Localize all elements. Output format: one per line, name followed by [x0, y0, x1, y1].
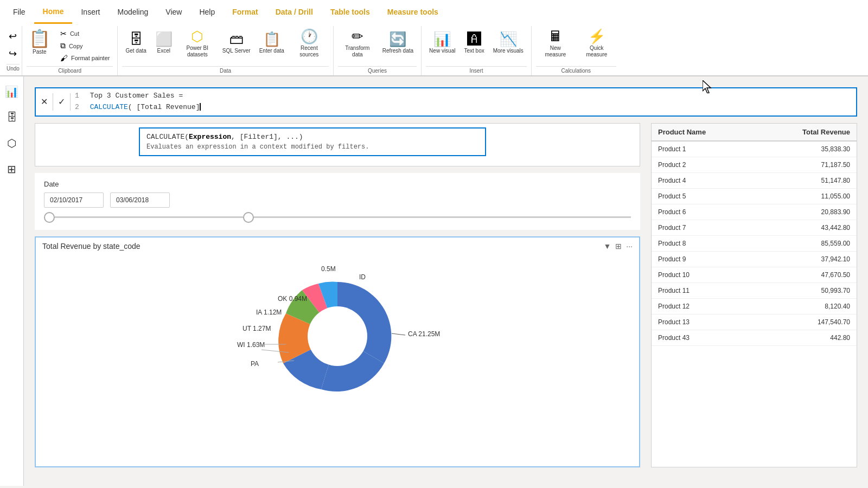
cell-product-name: Product 8 [652, 235, 754, 251]
sql-label: SQL Server [222, 48, 251, 54]
undo-button[interactable]: ↩ [7, 28, 19, 44]
label-WI: WI 1.63M [237, 341, 265, 349]
new-visual-icon: 📊 [433, 31, 451, 48]
cell-product-name: Product 9 [652, 251, 754, 267]
donut-hole [308, 306, 367, 366]
table-row[interactable]: Product 8 85,559.00 [652, 235, 857, 251]
formula-content[interactable]: 1 Top 3 Customer Sales = 2 CALCULATE( [T… [71, 88, 856, 115]
cut-button[interactable]: ✂ Cut [57, 28, 113, 39]
date-inputs [44, 192, 631, 208]
tab-insert[interactable]: Insert [72, 0, 108, 24]
slider-handle-right[interactable] [243, 212, 254, 223]
calculations-group: 🖩 New measure ⚡ Quick measure Calculatio… [532, 26, 621, 75]
chart-area: Total Revenue by state_code ▼ ⊞ ··· [35, 236, 640, 467]
autocomplete-description: Evaluates an expression in a context mod… [146, 143, 478, 151]
get-data-button[interactable]: 🗄 Get data [122, 26, 149, 59]
powerbi-datasets-button[interactable]: ⬡ Power BI datasets [178, 26, 217, 60]
expand-icon[interactable]: ⊞ [615, 242, 622, 251]
table-row[interactable]: Product 2 71,187.50 [652, 157, 857, 172]
refresh-data-button[interactable]: 🔄 Refresh data [379, 26, 417, 59]
quick-measure-button[interactable]: ⚡ Quick measure [577, 26, 616, 60]
slider-handle-left[interactable] [44, 212, 55, 223]
new-measure-button[interactable]: 🖩 New measure [536, 26, 575, 60]
table-row[interactable]: Product 7 43,442.80 [652, 220, 857, 235]
donut-chart-container: CA 21.25M ID OK 0.94M 0.5M IA 1.12M UT 1… [36, 255, 639, 418]
cell-revenue: 147,540.70 [754, 314, 857, 330]
chart-icons: ▼ ⊞ ··· [603, 242, 633, 251]
data-group-label: Data [122, 66, 328, 75]
enter-data-label: Enter data [259, 48, 284, 54]
line-num-1: 1 [75, 92, 79, 100]
data-group: 🗄 Get data ⬜ Excel ⬡ Power BI datasets 🗃… [118, 26, 333, 75]
tab-help[interactable]: Help [190, 0, 224, 24]
clipboard-label: Clipboard [27, 66, 113, 75]
table-row[interactable]: Product 4 51,147.80 [652, 172, 857, 188]
line-CA [392, 333, 405, 335]
transform-label: Transform data [341, 45, 374, 58]
more-visuals-label: More visuals [493, 48, 524, 54]
formula-bar[interactable]: ✕ ✓ 1 Top 3 Customer Sales = 2 CALCULATE… [35, 87, 857, 117]
paste-label: Paste [33, 49, 47, 55]
text-box-icon: 🅰 [467, 31, 481, 48]
sidebar-icon-model[interactable]: ⬡ [3, 132, 21, 154]
autocomplete-bold: Expression [189, 133, 231, 141]
more-icon[interactable]: ··· [626, 242, 633, 251]
tab-datadrill[interactable]: Data / Drill [267, 0, 322, 24]
table-row[interactable]: Product 9 37,942.10 [652, 251, 857, 267]
autocomplete-popup: CALCULATE(Expression, [Filter1], ...) Ev… [139, 127, 486, 156]
tab-modeling[interactable]: Modeling [108, 0, 157, 24]
copy-button[interactable]: ⧉ Copy [57, 40, 113, 52]
main-area: 📊 🗄 ⬡ ⊞ ✕ ✓ 1 Top 3 Customer Sales = 2 C… [0, 76, 868, 486]
recent-sources-button[interactable]: 🕐 Recent sources [290, 26, 329, 60]
text-box-button[interactable]: 🅰 Text box [461, 26, 487, 59]
cell-revenue: 37,942.10 [754, 251, 857, 267]
quick-measure-label: Quick measure [580, 45, 613, 58]
cell-product-name: Product 2 [652, 157, 754, 172]
formula-close-button[interactable]: ✕ [36, 93, 53, 111]
refresh-label: Refresh data [382, 48, 413, 54]
cell-revenue: 11,055.00 [754, 188, 857, 204]
table-row[interactable]: Product 12 8,120.40 [652, 298, 857, 314]
sidebar-icon-data[interactable]: 🗄 [2, 107, 22, 128]
calculations-group-label: Calculations [536, 66, 616, 75]
sql-server-button[interactable]: 🗃 SQL Server [219, 26, 254, 59]
tab-format[interactable]: Format [224, 0, 266, 24]
tab-home[interactable]: Home [34, 0, 73, 24]
more-visuals-button[interactable]: 📉 More visuals [490, 26, 527, 59]
format-painter-button[interactable]: 🖌 Format painter [57, 53, 113, 63]
tab-measuretools[interactable]: Measure tools [379, 0, 447, 24]
enter-data-button[interactable]: 📋 Enter data [256, 26, 288, 59]
transform-data-button[interactable]: ✏ Transform data [338, 26, 377, 60]
paste-button[interactable]: 📋 Paste [27, 26, 53, 57]
table-row[interactable]: Product 13 147,540.70 [652, 314, 857, 330]
sidebar-icon-report[interactable]: 📊 [1, 81, 23, 102]
redo-button[interactable]: ↪ [7, 46, 19, 62]
new-measure-icon: 🖩 [548, 28, 563, 45]
label-PA: PA [251, 360, 259, 368]
tab-file[interactable]: File [4, 0, 34, 24]
date-filter-section: Date [35, 173, 640, 230]
content-split: In... Date [35, 123, 857, 467]
start-date-input[interactable] [44, 192, 104, 208]
label-IA: IA 1.12M [256, 309, 282, 316]
col-product-name: Product Name [652, 124, 754, 141]
table-row[interactable]: Product 10 47,670.50 [652, 267, 857, 282]
cell-product-name: Product 6 [652, 204, 754, 220]
get-data-label: Get data [125, 48, 146, 54]
formula-check-button[interactable]: ✓ [53, 93, 71, 111]
insert-group-label: Insert [426, 66, 527, 75]
table-row[interactable]: Product 6 20,883.90 [652, 204, 857, 220]
end-date-input[interactable] [110, 192, 170, 208]
table-row[interactable]: Product 1 35,838.30 [652, 141, 857, 157]
excel-button[interactable]: ⬜ Excel [152, 26, 176, 59]
table-row[interactable]: Product 11 50,993.70 [652, 282, 857, 298]
table-row[interactable]: Product 43 442.80 [652, 330, 857, 345]
tab-view[interactable]: View [157, 0, 190, 24]
filter-icon[interactable]: ▼ [603, 242, 611, 251]
enter-data-icon: 📋 [263, 31, 280, 48]
tab-tabletools[interactable]: Table tools [322, 0, 379, 24]
new-visual-button[interactable]: 📊 New visual [426, 26, 458, 59]
table-row[interactable]: Product 5 11,055.00 [652, 188, 857, 204]
sidebar-icon-layers[interactable]: ⊞ [3, 158, 21, 180]
more-visuals-icon: 📉 [500, 31, 517, 48]
